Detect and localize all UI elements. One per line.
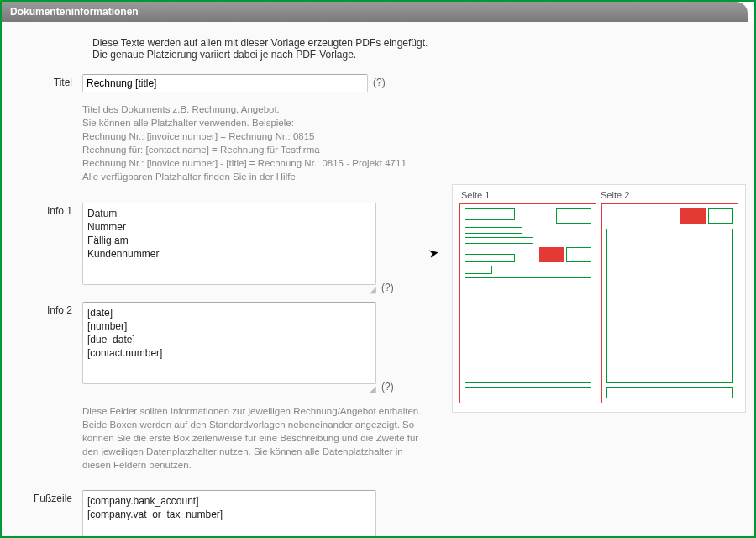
info2-textarea[interactable] [82,302,376,384]
resize-grip-icon[interactable]: ◢ [370,285,375,294]
fusszeile-textarea[interactable] [82,490,376,538]
intro-text: Diese Texte werden auf allen mit dieser … [92,37,439,61]
preview-block [708,208,733,224]
hint-info: Diese Felder sollten Informationen zur j… [82,404,423,472]
info1-textarea[interactable] [82,203,376,285]
preview-block [556,208,591,224]
row-info2: Info 2 ◢ (?) [13,302,439,394]
preview-footer-block [606,387,733,398]
hint-titel: Titel des Dokuments z.B. Rechnung, Angeb… [82,103,423,184]
row-info-hint: Diese Felder sollten Informationen zur j… [13,401,439,483]
label-info2: Info 2 [13,302,82,316]
help-icon[interactable]: (?) [381,381,394,394]
preview-box: Seite 1 Seite 2 [452,184,746,413]
row-info1: Info 1 ◢ (?) [13,203,439,295]
preview-label-seite2: Seite 2 [599,190,738,200]
preview-body-block [606,229,733,383]
preview-page-1 [459,203,596,404]
preview-block [465,237,533,244]
preview-block [465,227,522,234]
preview-highlight-block [680,208,706,224]
preview-highlight-block [539,247,564,262]
preview-column: Seite 1 Seite 2 [452,184,746,538]
preview-block [465,266,492,274]
label-fusszeile: Fußzeile [13,490,82,504]
preview-label-seite1: Seite 1 [459,190,599,200]
preview-labels: Seite 1 Seite 2 [459,190,738,200]
preview-page-2 [601,203,738,404]
row-fusszeile: Fußzeile ◢ (?) [13,490,439,538]
row-titel-hint: Titel des Dokuments z.B. Rechnung, Angeb… [13,99,439,196]
preview-body-block [465,277,591,383]
preview-block [465,254,515,262]
content-area: Diese Texte werden auf allen mit dieser … [2,22,754,538]
titel-input[interactable] [82,74,368,92]
preview-block [465,208,515,220]
help-icon[interactable]: (?) [381,282,394,295]
row-titel: Titel (?) [13,74,439,92]
label-titel: Titel [13,74,82,88]
preview-block [566,247,591,262]
label-info1: Info 1 [13,203,82,217]
section-header: Dokumenteninformationen [2,2,748,22]
help-icon[interactable]: (?) [373,76,386,90]
preview-footer-block [465,387,591,398]
resize-grip-icon[interactable]: ◢ [370,384,375,393]
section-title: Dokumenteninformationen [10,6,139,18]
